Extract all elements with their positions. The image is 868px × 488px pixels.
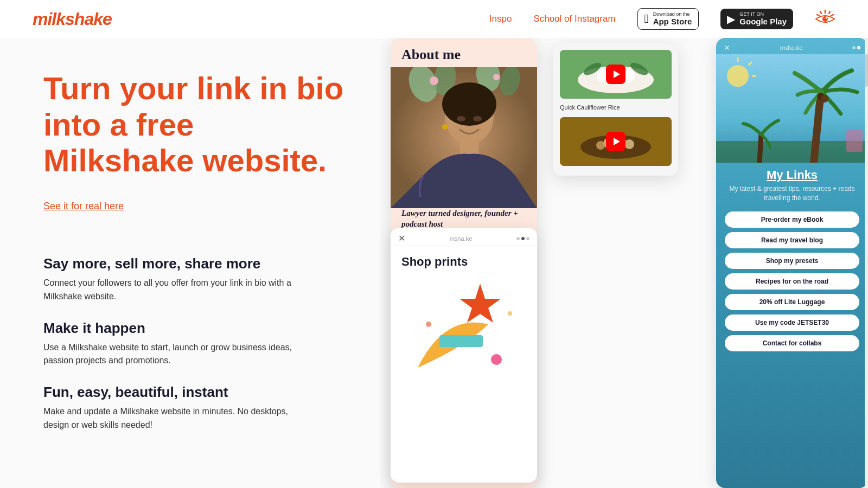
card-shop-prints: ✕ msha.ke Shop prints [391, 228, 537, 483]
svg-rect-33 [439, 335, 483, 347]
link-btn-4[interactable]: Recipes for on the road [725, 273, 859, 290]
google-play-icon: ▶ [727, 12, 735, 25]
google-play-button[interactable]: ▶ GET IT ON Google Play [720, 9, 793, 30]
svg-point-35 [491, 354, 502, 365]
nav-inspo-link[interactable]: Inspo [489, 14, 512, 24]
scrollbar-thumb[interactable] [865, 54, 868, 87]
svg-point-13 [493, 74, 500, 80]
card-youtube: Quick Cauliflower Rice [553, 43, 678, 176]
svg-point-15 [442, 82, 496, 126]
shop-pagination-dots [516, 237, 529, 240]
app-store-top-text: Download on the [653, 11, 692, 17]
shop-domain: msha.ke [450, 235, 473, 242]
feature-1-desc: Connect your followers to all you offer … [43, 277, 304, 304]
svg-point-37 [508, 311, 512, 316]
scrollbar[interactable] [865, 38, 868, 488]
svg-point-32 [624, 139, 634, 149]
link-btn-7[interactable]: Contact for collabs [725, 335, 859, 351]
svg-point-6 [826, 17, 827, 19]
link-btn-3[interactable]: Shop my presets [725, 253, 859, 269]
links-close-icon[interactable]: ✕ [724, 43, 730, 52]
shop-close-icon[interactable]: ✕ [398, 233, 405, 243]
svg-point-42 [727, 65, 749, 87]
feature-3: Fun, easy, beautiful, instant Make and u… [43, 384, 347, 432]
links-domain: msha.ke [780, 44, 803, 51]
svg-point-31 [596, 141, 605, 150]
links-dot-2 [857, 46, 860, 49]
svg-line-1 [820, 11, 821, 14]
dot-2 [521, 237, 525, 240]
see-it-link[interactable]: See it for real here [43, 201, 124, 212]
feature-1: Say more, sell more, share more Connect … [43, 255, 347, 304]
svg-point-36 [426, 322, 431, 327]
links-pagination-dots [852, 46, 860, 49]
apple-icon:  [644, 12, 649, 26]
dot-3 [526, 237, 529, 240]
card-my-links: ✕ msha.ke [716, 38, 868, 488]
nav-school-link[interactable]: School of Instagram [533, 14, 615, 24]
main-container: Turn your link in bio into a free Milksh… [0, 38, 868, 488]
svg-line-4 [831, 15, 833, 16]
links-dot-1 [852, 46, 856, 49]
feature-1-title: Say more, sell more, share more [43, 255, 347, 272]
link-btn-2[interactable]: Read my travel blog [725, 232, 859, 248]
svg-point-41 [821, 95, 828, 102]
link-btn-6[interactable]: Use my code JETSET30 [725, 314, 859, 331]
card-about-title: About me [391, 38, 537, 67]
svg-point-19 [442, 124, 448, 130]
card-shop-illustration [391, 275, 537, 384]
feature-2-title: Make it happen [43, 320, 347, 337]
link-btn-5[interactable]: 20% off Lite Luggage [725, 294, 859, 310]
feature-2: Make it happen Use a Milkshake website t… [43, 320, 347, 368]
card-about-image [391, 67, 537, 208]
card-shop-title: Shop prints [391, 246, 537, 275]
svg-point-12 [430, 76, 438, 85]
google-play-top-text: GET IT ON [739, 11, 787, 17]
svg-point-18 [473, 116, 482, 121]
hero-title: Turn your link in bio into a free Milksh… [43, 70, 347, 179]
app-store-main-text: App Store [653, 17, 692, 27]
features-section: Say more, sell more, share more Connect … [43, 255, 347, 432]
right-mockups: About me [380, 38, 868, 488]
link-btn-1[interactable]: Pre-order my eBook [725, 211, 859, 228]
svg-marker-34 [459, 284, 501, 323]
card-links-subtitle: My latest & greatest tips, resources + r… [716, 184, 868, 209]
svg-rect-39 [716, 141, 868, 163]
feature-3-desc: Make and update a Milkshake website in m… [43, 405, 304, 432]
nav-links: Inspo School of Instagram  Download on … [489, 8, 835, 30]
yt-thumb-1 [560, 50, 672, 99]
app-store-button[interactable]:  Download on the App Store [637, 8, 699, 30]
svg-line-3 [817, 15, 819, 16]
yt-label-1: Quick Cauliflower Rice [560, 102, 672, 113]
eye-icon[interactable] [815, 9, 835, 28]
navigation: milkshake Inspo School of Instagram  Do… [0, 0, 868, 38]
svg-point-5 [822, 16, 828, 22]
feature-2-desc: Use a Milkshake website to start, launch… [43, 341, 304, 368]
svg-rect-46 [846, 130, 863, 152]
svg-line-2 [829, 11, 830, 14]
card-links-title: My Links [756, 163, 828, 184]
yt-thumb-2 [560, 117, 672, 166]
logo[interactable]: milkshake [33, 9, 489, 29]
svg-point-17 [457, 116, 465, 121]
card-links-palm-scene [716, 54, 868, 163]
feature-3-title: Fun, easy, beautiful, instant [43, 384, 347, 401]
google-play-main-text: Google Play [739, 17, 787, 27]
dot-1 [516, 237, 520, 240]
card-links-header: ✕ msha.ke [716, 38, 868, 54]
card-shop-header: ✕ msha.ke [391, 228, 537, 246]
left-content: Turn your link in bio into a free Milksh… [0, 38, 380, 488]
